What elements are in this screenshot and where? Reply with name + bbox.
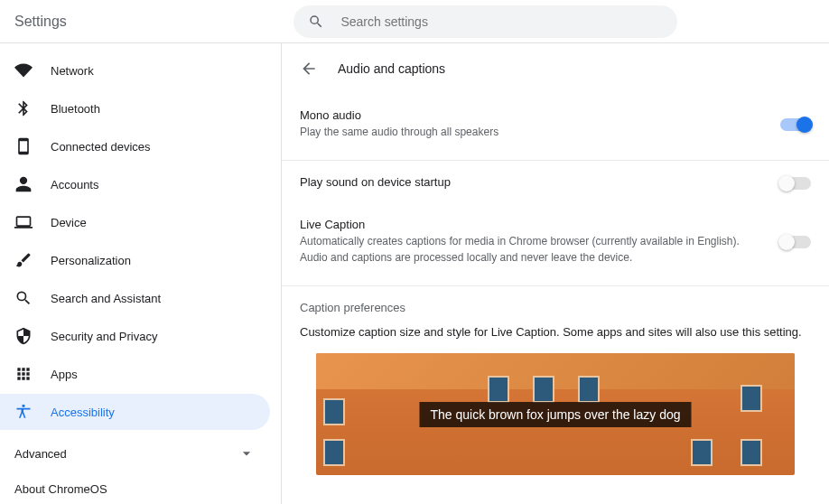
search-input[interactable] — [340, 14, 663, 29]
person-icon — [14, 175, 33, 193]
text-size-row: Text size Medium (Recommended) — [282, 490, 829, 504]
brush-icon — [14, 251, 33, 269]
shield-icon — [14, 327, 33, 345]
sidebar-item-label: Personalization — [51, 254, 131, 267]
live-toggle[interactable] — [780, 236, 811, 248]
sidebar-item-bluetooth[interactable]: Bluetooth — [0, 90, 270, 126]
setting-mono: Mono audio Play the same audio through a… — [282, 94, 829, 161]
sidebar-item-device[interactable]: Device — [0, 204, 270, 240]
caption-preview: The quick brown fox jumps over the lazy … — [316, 353, 795, 475]
sidebar-item-label: Device — [51, 216, 87, 229]
sidebar-item-label: Apps — [51, 368, 78, 381]
sidebar-item-label: Accessibility — [51, 406, 115, 419]
phone-icon — [14, 137, 33, 155]
mono-toggle[interactable] — [780, 118, 811, 131]
app-header: Settings — [0, 0, 829, 43]
sidebar-item-label: Network — [51, 64, 94, 78]
chevron-down-icon — [238, 444, 256, 462]
advanced-label: Advanced — [14, 447, 67, 461]
page-header: Audio and captions — [282, 43, 829, 94]
back-arrow-icon[interactable] — [300, 60, 318, 78]
app-title: Settings — [14, 14, 67, 30]
sidebar-item-security[interactable]: Security and Privacy — [0, 318, 270, 354]
sidebar-item-accounts[interactable]: Accounts — [0, 166, 270, 202]
sidebar-item-apps[interactable]: Apps — [0, 356, 270, 392]
main-content: Audio and captions Mono audio Play the s… — [282, 43, 829, 504]
startup-toggle[interactable] — [780, 177, 811, 190]
live-desc: Automatically creates captions for media… — [300, 233, 753, 266]
apps-icon — [14, 365, 33, 383]
laptop-icon — [14, 213, 33, 231]
sidebar-about[interactable]: About ChromeOS — [0, 471, 270, 496]
sidebar-item-label: Search and Assistant — [51, 292, 161, 305]
caption-sample-text: The quick brown fox jumps over the lazy … — [419, 402, 691, 427]
bluetooth-icon — [14, 99, 33, 117]
caption-desc: Customize caption size and style for Liv… — [300, 325, 811, 339]
sidebar-item-search[interactable]: Search and Assistant — [0, 280, 270, 316]
caption-heading: Caption preferences — [300, 301, 811, 314]
mono-title: Mono audio — [300, 108, 753, 122]
setting-live-caption: Live Caption Automatically creates capti… — [282, 203, 829, 286]
live-title: Live Caption — [300, 218, 753, 231]
startup-title: Play sound on device startup — [300, 175, 753, 189]
search-assistant-icon — [14, 289, 33, 307]
page-title: Audio and captions — [338, 61, 445, 76]
sidebar-advanced[interactable]: Advanced — [0, 435, 270, 471]
search-icon — [308, 14, 324, 30]
sidebar-item-accessibility[interactable]: Accessibility — [0, 394, 270, 430]
search-box[interactable] — [293, 5, 677, 38]
sidebar-item-label: Accounts — [51, 178, 98, 191]
sidebar-item-network[interactable]: Network — [0, 52, 270, 89]
sidebar-item-label: Security and Privacy — [51, 330, 158, 343]
caption-preferences: Caption preferences Customize caption si… — [282, 286, 829, 490]
sidebar-item-connected[interactable]: Connected devices — [0, 128, 270, 164]
wifi-icon — [14, 61, 33, 79]
sidebar: Network Bluetooth Connected devices Acco… — [0, 43, 282, 504]
sidebar-item-personalization[interactable]: Personalization — [0, 242, 270, 278]
sidebar-item-label: Bluetooth — [51, 102, 100, 116]
accessibility-icon — [14, 403, 33, 421]
mono-desc: Play the same audio through all speakers — [300, 124, 753, 140]
search-wrap — [157, 5, 815, 38]
sidebar-item-label: Connected devices — [51, 140, 151, 154]
setting-startup: Play sound on device startup — [282, 161, 829, 203]
